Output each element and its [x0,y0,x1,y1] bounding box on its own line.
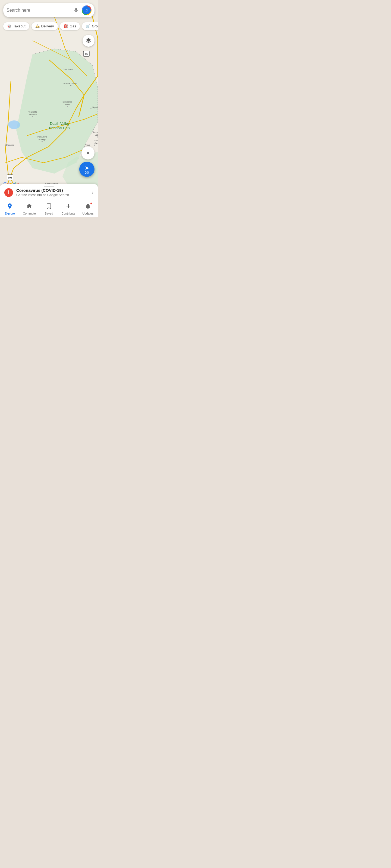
covid-alert-icon: ! [4,188,13,197]
search-input[interactable] [6,8,72,13]
groceries-icon: 🛒 [86,24,90,28]
svg-text:Stovepipe: Stovepipe [62,101,72,103]
takeout-label: Takeout [13,24,26,28]
nav-item-commute[interactable]: Commute [20,201,39,217]
gas-label: Gas [70,24,76,28]
svg-point-16 [32,116,33,117]
navigation-arrow-icon: ➤ [85,165,89,171]
nav-item-updates[interactable]: Updates [78,201,98,217]
svg-text:Rhyolite: Rhyolite [92,106,98,108]
pill-takeout[interactable]: 🥡 Takeout [3,22,29,30]
groceries-label: Groceries [92,24,98,28]
svg-text:Death Valley: Death Valley [50,122,70,126]
updates-badge-dot [90,203,92,205]
svg-point-19 [67,106,68,107]
svg-text:Wells: Wells [65,103,70,106]
navigation-go-button[interactable]: ➤ GO [79,162,94,177]
category-pills-container: 🥡 Takeout 🛵 Delivery ⛽ Gas 🛒 Groceries 💊… [0,20,98,32]
contribute-icon [65,203,72,211]
svg-point-11 [90,108,91,109]
covid-chevron-right-icon: › [92,190,93,195]
svg-text:395: 395 [8,176,12,179]
svg-text:Gold Point: Gold Point [63,68,73,70]
locate-button[interactable] [81,147,94,159]
svg-text:Death Valley: Death Valley [94,139,98,142]
user-avatar[interactable]: J [82,6,91,15]
svg-point-24 [41,141,43,142]
svg-point-4 [8,120,20,129]
svg-text:Bonnie Claire: Bonnie Claire [63,82,77,85]
commute-icon [26,203,33,211]
svg-text:Junction: Junction [29,113,37,116]
svg-text:Panamint: Panamint [37,135,47,138]
layer-toggle-button[interactable] [83,35,94,46]
gas-icon: ⛽ [64,24,68,28]
delivery-label: Delivery [41,24,54,28]
svg-text:95: 95 [85,53,88,55]
svg-text:Teakettle: Teakettle [28,111,37,113]
covid-banner[interactable]: ! Coronavirus (COVID-19) Get the latest … [0,184,98,201]
svg-point-9 [70,85,72,86]
svg-point-49 [87,152,89,154]
svg-text:Valley: Valley [95,134,98,136]
updates-bell-icon [85,203,91,211]
pill-groceries[interactable]: 🛒 Groceries [82,22,98,30]
covid-text-area: Coronavirus (COVID-19) Get the latest in… [16,188,88,197]
svg-point-34 [94,145,95,146]
svg-text:Ryan: Ryan [85,144,90,146]
pill-delivery[interactable]: 🛵 Delivery [31,22,58,30]
takeout-icon: 🥡 [7,24,11,28]
svg-point-26 [5,145,6,146]
nav-item-contribute[interactable]: Contribute [59,201,78,217]
svg-text:Amargosa: Amargosa [93,131,98,133]
bottom-navigation: Explore Commute Saved Contribute [0,201,98,217]
saved-icon [46,203,52,211]
nav-item-explore[interactable]: Explore [0,201,20,217]
svg-text:Olancha: Olancha [6,144,14,146]
svg-text:National Park: National Park [49,126,71,130]
delivery-icon: 🛵 [35,24,40,28]
microphone-button[interactable] [72,6,80,14]
svg-text:Junction: Junction [94,142,98,144]
banner-drag-handle [44,186,54,187]
search-bar[interactable]: J [3,3,94,18]
explore-icon [6,203,13,211]
svg-text:Springs: Springs [38,138,46,141]
svg-point-31 [84,146,85,147]
pill-gas[interactable]: ⛽ Gas [60,22,80,30]
nav-item-saved[interactable]: Saved [39,201,59,217]
